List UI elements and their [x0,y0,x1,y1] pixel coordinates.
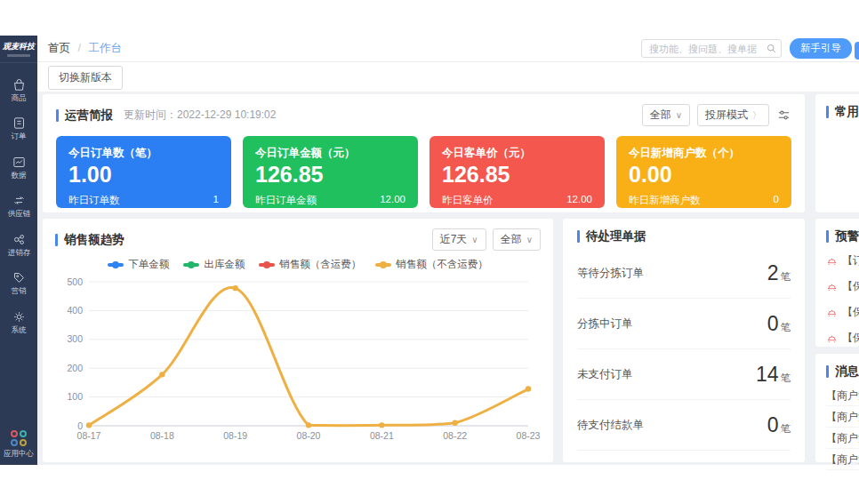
sidebar-item-label: 供应链 [7,210,30,218]
breadcrumb-home[interactable]: 首页 [48,42,70,54]
stat-sub-value: 0 [774,194,779,207]
screen-mode-button[interactable]: 投屏模式 〉 [697,104,769,126]
alarm-icon [826,307,838,318]
svg-text:08-17: 08-17 [77,430,101,441]
sidebar-item-marketing[interactable]: 营销 [0,270,37,295]
chevron-right-icon: 〉 [752,109,761,122]
notification-item[interactable]: 【商户注册】 [826,385,859,406]
chart-range-select[interactable]: 近7天 ∨ [432,228,486,251]
legend-marker [259,263,275,267]
goods-icon [12,77,27,92]
newbie-guide-button[interactable]: 新手引导 [790,38,852,59]
stat-value: 0.00 [629,163,779,186]
alert-item[interactable]: 【订单】今 [826,248,859,274]
pending-unit: 笔 [781,372,791,383]
brief-filter-select[interactable]: 全部 ∨ [642,104,690,126]
pending-title: 待处理单据 [586,228,646,244]
switch-version-button[interactable]: 切换新版本 [48,66,123,90]
pending-row-unpaid-settlement[interactable]: 待支付结款单 0笔 [577,400,791,451]
sidebar-item-label: 订单 [11,133,26,141]
svg-text:08-19: 08-19 [223,430,247,441]
sidebar-item-supply-chain[interactable]: 供应链 [0,193,37,218]
pending-row-waiting-sorting[interactable]: 等待分拣订单 2笔 [577,248,791,299]
svg-text:08-23: 08-23 [517,430,541,441]
app-screen: 观麦科技 商品 订单 数据 供应链 进销存 [0,0,859,504]
chevron-down-icon: ∨ [471,235,478,244]
pending-unit: 笔 [781,322,791,332]
svg-text:08-20: 08-20 [297,430,321,441]
notification-item[interactable]: 【商户注册】 [826,449,859,470]
svg-text:200: 200 [67,363,83,373]
pending-value: 0 [767,413,779,436]
chart-filter-select[interactable]: 全部 ∨ [493,228,541,251]
pending-unit: 笔 [781,423,791,434]
chart-range-value: 近7天 [440,232,468,247]
svg-text:08-22: 08-22 [443,430,467,441]
alerts-title: 预警信息 [835,228,859,244]
sidebar-item-inventory[interactable]: 进销存 [0,232,37,257]
pending-value: 0 [767,312,779,335]
chart-legend: 下单金额 出库金额 销售额（含运费） 销售额（不含运费） [55,258,541,271]
stat-value: 126.85 [442,163,592,186]
sidebar-item-goods[interactable]: 商品 [0,77,37,102]
legend-marker [375,263,391,267]
sidebar-item-system[interactable]: 系统 [0,309,37,334]
stat-card-today-order-amount: 今日订单金额（元） 126.85 昨日订单金额12.00 [243,136,418,208]
stat-title: 今日订单数（笔） [68,146,219,161]
svg-text:500: 500 [67,276,83,287]
search-input[interactable] [641,39,782,58]
search-icon[interactable] [766,43,777,54]
sidebar-item-label: 营销 [11,287,26,295]
pending-label: 等待分拣订单 [577,266,644,281]
alert-item[interactable]: 【保质期 [826,274,859,300]
notifications-title: 消息通知 [835,364,859,380]
marketing-tag-icon [12,270,27,285]
alert-text: 【保质期 [842,279,859,294]
brief-title: 运营简报 [65,108,113,124]
cut-off-button-fragment [855,42,859,60]
stat-sub-value: 12.00 [566,194,592,207]
pending-row-unpaid-orders[interactable]: 未支付订单 14笔 [577,349,791,400]
section-accent-bar [826,230,829,243]
svg-text:08-18: 08-18 [150,430,174,441]
stat-sub-label: 昨日客单价 [442,194,494,207]
stat-card-today-new-merchants: 今日新增商户数（个） 0.00 昨日新增商户数0 [616,136,791,208]
sidebar-item-data[interactable]: 数据 [0,155,37,180]
legend-marker [183,263,199,267]
operation-brief-panel: 运营简报 更新时间：2022-12-29 10:19:02 全部 ∨ 投屏模式 … [43,94,805,212]
stat-cards: 今日订单数（笔） 1.00 昨日订单数1 今日订单金额（元） 126.85 昨日… [56,136,791,208]
svg-text:300: 300 [67,333,83,344]
sidebar-item-orders[interactable]: 订单 [0,116,37,140]
alerts-card: 预警信息 【订单】今 【保质期 【保质期 【保质期 [815,219,859,347]
svg-text:0: 0 [77,420,83,431]
common-functions-title: 常用功能 [835,104,859,120]
alert-item[interactable]: 【保质期 [826,300,859,325]
order-icon [12,116,27,131]
legend-label: 销售额（不含运费） [396,258,488,271]
pending-label: 未支付订单 [577,367,633,382]
sales-trend-chart: 010020030040050008-1708-1808-1908-2008-2… [55,275,541,445]
legend-item-order-amount[interactable]: 下单金额 [108,258,169,271]
filter-settings-icon[interactable] [776,108,791,123]
alert-item[interactable]: 【保质期 [826,325,859,351]
sidebar-item-app-center[interactable]: 应用中心 [0,430,37,458]
legend-item-outbound-amount[interactable]: 出库金额 [183,258,245,271]
section-accent-bar [826,365,829,378]
legend-item-sales-without-shipping[interactable]: 销售额（不含运费） [375,258,488,271]
sales-trend-card: 销售额趋势 近7天 ∨ 全部 ∨ 下单金额 [43,219,553,462]
stat-title: 今日订单金额（元） [255,146,405,161]
legend-item-sales-with-shipping[interactable]: 销售额（含运费） [259,258,361,271]
notification-item[interactable]: 【商户注册】 [826,406,859,428]
brief-filter-value: 全部 [650,108,671,123]
notification-item[interactable]: 【商户注册】 [826,428,859,449]
chart-filter-value: 全部 [501,232,522,247]
data-chart-icon [12,155,27,170]
inventory-icon [12,232,27,247]
brand-logo[interactable]: 观麦科技 [0,36,37,63]
pending-row-sorting[interactable]: 分拣中订单 0笔 [577,299,791,349]
chevron-down-icon: ∨ [526,235,533,244]
svg-text:100: 100 [67,391,83,402]
breadcrumb-current[interactable]: 工作台 [88,42,122,54]
gear-icon [12,309,27,324]
pending-label: 分拣中订单 [577,316,633,332]
